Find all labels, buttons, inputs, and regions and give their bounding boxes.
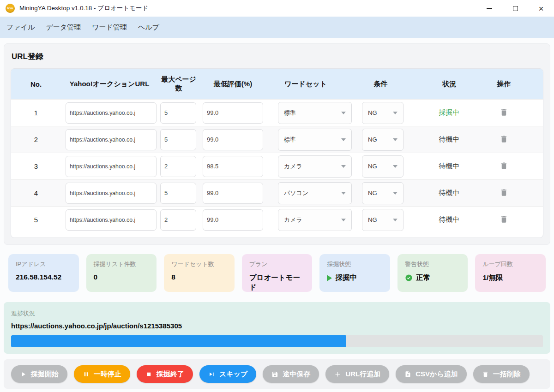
- title-bar: MYA MiningYA Desktop v1.0.18 - プロオートモード …: [0, 0, 554, 17]
- delete-row-button[interactable]: [500, 215, 508, 225]
- play-icon: [20, 371, 27, 378]
- url-input[interactable]: [66, 183, 157, 204]
- button-label: 採掘終了: [157, 370, 184, 379]
- condition-select[interactable]: NG: [362, 209, 403, 231]
- min-rating-input[interactable]: [203, 129, 263, 150]
- wordset-select[interactable]: 標準: [278, 129, 352, 151]
- url-table: No. Yahoo!オークションURL 最大ページ数 最低評価(%) ワードセッ…: [11, 68, 543, 238]
- condition-value: NG: [368, 216, 377, 223]
- button-label: スキップ: [219, 370, 247, 379]
- panel-title: URL登録: [12, 51, 543, 62]
- min-rating-input[interactable]: [203, 156, 263, 177]
- header-condition: 条件: [345, 80, 416, 89]
- skip-icon: [208, 371, 215, 378]
- header-no: No.: [11, 80, 61, 88]
- card-value-text: 216.58.154.52: [16, 273, 61, 281]
- card-value-text: プロオートモード: [249, 273, 305, 292]
- row-status: 採掘中: [416, 108, 482, 117]
- csv-icon: [404, 371, 411, 378]
- trash-button[interactable]: 一括削除: [473, 365, 530, 383]
- url-input[interactable]: [66, 156, 157, 177]
- pause-icon: [83, 371, 90, 378]
- plus-button[interactable]: URL行追加: [325, 365, 389, 383]
- delete-row-button[interactable]: [500, 188, 508, 198]
- button-label: 一時停止: [94, 370, 121, 379]
- csv-button[interactable]: CSVから追加: [396, 365, 467, 383]
- app-logo-icon: MYA: [6, 4, 15, 13]
- menu-word-management[interactable]: ワード管理: [92, 23, 127, 32]
- max-pages-input[interactable]: [160, 102, 196, 124]
- menu-help[interactable]: ヘルプ: [138, 23, 159, 32]
- min-rating-input[interactable]: [203, 209, 263, 231]
- condition-select[interactable]: NG: [362, 182, 403, 204]
- condition-select[interactable]: NG: [362, 155, 403, 178]
- chevron-down-icon: [393, 112, 397, 114]
- progress-panel: 進捗状況 https://auctions.yahoo.co.jp/jp/auc…: [4, 302, 550, 354]
- skip-button[interactable]: スキップ: [199, 365, 256, 383]
- progress-bar: [11, 335, 543, 347]
- card-label: IPアドレス: [16, 260, 72, 268]
- wordset-value: 標準: [284, 136, 296, 144]
- table-row: 4 パソコン NG 待機中: [11, 179, 543, 206]
- table-row: 1 標準 NG 採掘中: [11, 99, 543, 126]
- maximize-icon: [513, 6, 518, 11]
- plus-icon: [334, 371, 341, 378]
- menu-file[interactable]: ファイル: [6, 23, 35, 32]
- condition-select[interactable]: NG: [362, 129, 403, 151]
- card-label: ループ回数: [482, 260, 538, 268]
- close-button[interactable]: ×: [528, 0, 554, 17]
- condition-select[interactable]: NG: [362, 102, 403, 124]
- url-input[interactable]: [66, 129, 157, 150]
- card-value: 216.58.154.52: [16, 273, 72, 281]
- trash-icon: [500, 165, 508, 172]
- max-pages-input[interactable]: [160, 129, 196, 150]
- header-max-pages: 最大ページ数: [158, 75, 199, 93]
- condition-value: NG: [368, 136, 377, 143]
- max-pages-input[interactable]: [160, 209, 196, 231]
- min-rating-input[interactable]: [203, 183, 263, 204]
- url-input[interactable]: [66, 209, 157, 231]
- status-card: 採掘リスト件数 0: [86, 254, 157, 292]
- chevron-down-icon: [393, 192, 397, 195]
- wordset-select[interactable]: カメラ: [278, 209, 352, 231]
- play-button[interactable]: 採掘開始: [11, 365, 67, 383]
- delete-row-button[interactable]: [500, 161, 508, 172]
- status-card: 採掘状態 採掘中: [319, 254, 390, 292]
- row-status: 待機中: [416, 215, 482, 224]
- pause-button[interactable]: 一時停止: [74, 365, 130, 383]
- minimize-button[interactable]: [476, 0, 502, 17]
- wordset-value: パソコン: [284, 189, 308, 197]
- wordset-select[interactable]: 標準: [278, 102, 352, 124]
- save-button[interactable]: 途中保存: [263, 365, 319, 383]
- stop-button[interactable]: 採掘終了: [137, 365, 193, 383]
- trash-icon: [500, 218, 508, 225]
- card-label: 採掘状態: [327, 260, 383, 268]
- max-pages-input[interactable]: [160, 183, 196, 204]
- url-input[interactable]: [66, 102, 157, 124]
- button-label: 採掘開始: [31, 370, 59, 379]
- max-pages-input[interactable]: [160, 156, 196, 177]
- min-rating-input[interactable]: [203, 102, 263, 124]
- card-value: プロオートモード: [249, 273, 305, 292]
- card-value-text: 8: [171, 273, 175, 281]
- header-min-rating: 最低評価(%): [199, 80, 266, 89]
- trash-icon: [500, 191, 508, 198]
- header-actions: 操作: [482, 80, 543, 89]
- card-value-text: 1/無限: [482, 273, 503, 283]
- wordset-select[interactable]: カメラ: [278, 155, 352, 178]
- trash-icon: [500, 138, 508, 145]
- condition-value: NG: [368, 163, 377, 170]
- delete-row-button[interactable]: [500, 135, 508, 145]
- wordset-value: 標準: [284, 109, 296, 117]
- maximize-button[interactable]: [502, 0, 528, 17]
- trash-icon: [482, 371, 489, 378]
- wordset-value: カメラ: [284, 216, 302, 224]
- menu-data-management[interactable]: データ管理: [46, 23, 81, 32]
- status-card: ループ回数 1/無限: [475, 254, 546, 292]
- wordset-select[interactable]: パソコン: [278, 182, 352, 204]
- delete-row-button[interactable]: [500, 108, 508, 118]
- progress-label: 進捗状況: [11, 309, 543, 318]
- condition-value: NG: [368, 190, 377, 196]
- row-status: 待機中: [416, 135, 482, 144]
- header-wordset: ワードセット: [266, 80, 345, 89]
